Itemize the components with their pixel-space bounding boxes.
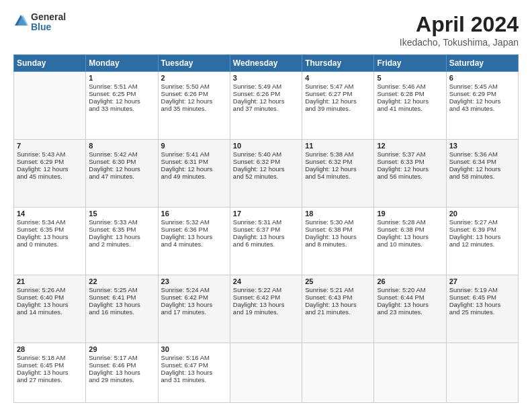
day-info: Sunset: 6:36 PM	[161, 226, 227, 233]
day-info: and 16 minutes.	[89, 308, 154, 316]
day-info: Sunset: 6:35 PM	[17, 226, 83, 233]
day-number: 30	[161, 345, 227, 353]
day-number: 21	[17, 277, 83, 285]
day-info: Sunrise: 5:31 AM	[233, 218, 299, 226]
day-info: Sunrise: 5:17 AM	[89, 354, 154, 361]
calendar-cell: 21Sunrise: 5:26 AMSunset: 6:40 PMDayligh…	[14, 275, 86, 343]
week-row: 1Sunrise: 5:51 AMSunset: 6:25 PMDaylight…	[14, 72, 519, 140]
week-row: 21Sunrise: 5:26 AMSunset: 6:40 PMDayligh…	[14, 275, 519, 343]
page: General Blue April 2024 Ikedacho, Tokush…	[0, 0, 532, 411]
day-info: Sunrise: 5:40 AM	[233, 150, 299, 158]
day-info: Sunset: 6:45 PM	[449, 293, 515, 301]
day-info: Daylight: 13 hours	[305, 233, 371, 240]
calendar-cell: 20Sunrise: 5:27 AMSunset: 6:39 PMDayligh…	[446, 208, 518, 275]
header-cell-wednesday: Wednesday	[230, 55, 302, 72]
day-info: Sunrise: 5:19 AM	[449, 286, 515, 293]
calendar-cell	[374, 343, 446, 403]
day-info: and 33 minutes.	[89, 105, 154, 112]
logo-icon	[13, 13, 28, 28]
day-info: Sunrise: 5:43 AM	[17, 150, 83, 158]
day-info: Sunset: 6:41 PM	[89, 293, 154, 301]
day-info: Sunrise: 5:25 AM	[89, 286, 154, 293]
day-info: Sunset: 6:26 PM	[161, 90, 227, 97]
day-number: 8	[89, 142, 154, 150]
header-row: SundayMondayTuesdayWednesdayThursdayFrid…	[14, 55, 519, 72]
day-info: Sunset: 6:26 PM	[233, 90, 299, 97]
day-info: Sunset: 6:32 PM	[305, 158, 371, 165]
calendar-cell: 19Sunrise: 5:28 AMSunset: 6:38 PMDayligh…	[374, 208, 446, 275]
day-info: Sunset: 6:27 PM	[305, 90, 371, 97]
day-info: Daylight: 12 hours	[161, 97, 227, 105]
day-info: Sunset: 6:42 PM	[161, 293, 227, 301]
day-info: Sunset: 6:33 PM	[377, 158, 443, 165]
day-info: Daylight: 13 hours	[233, 301, 299, 308]
calendar-cell: 18Sunrise: 5:30 AMSunset: 6:38 PMDayligh…	[302, 208, 374, 275]
calendar-table: SundayMondayTuesdayWednesdayThursdayFrid…	[13, 54, 519, 403]
day-info: Sunset: 6:44 PM	[377, 293, 443, 301]
day-info: Sunrise: 5:28 AM	[377, 218, 443, 226]
header-cell-thursday: Thursday	[302, 55, 374, 72]
week-row: 28Sunrise: 5:18 AMSunset: 6:45 PMDayligh…	[14, 343, 519, 403]
calendar-body: 1Sunrise: 5:51 AMSunset: 6:25 PMDaylight…	[14, 72, 519, 403]
day-number: 28	[17, 345, 83, 353]
week-row: 7Sunrise: 5:43 AMSunset: 6:29 PMDaylight…	[14, 140, 519, 208]
calendar-cell: 24Sunrise: 5:22 AMSunset: 6:42 PMDayligh…	[230, 275, 302, 343]
calendar-cell: 15Sunrise: 5:33 AMSunset: 6:35 PMDayligh…	[86, 208, 158, 275]
calendar-cell: 26Sunrise: 5:20 AMSunset: 6:44 PMDayligh…	[374, 275, 446, 343]
day-info: and 19 minutes.	[233, 308, 299, 316]
day-info: Sunrise: 5:26 AM	[17, 286, 83, 293]
day-number: 23	[161, 277, 227, 285]
calendar-cell: 25Sunrise: 5:21 AMSunset: 6:43 PMDayligh…	[302, 275, 374, 343]
day-number: 25	[305, 277, 371, 285]
day-info: Sunrise: 5:47 AM	[305, 83, 371, 90]
day-info: and 43 minutes.	[449, 105, 515, 112]
day-number: 11	[305, 142, 371, 150]
day-info: Daylight: 13 hours	[305, 301, 371, 308]
day-number: 26	[377, 277, 443, 285]
calendar-cell: 6Sunrise: 5:45 AMSunset: 6:29 PMDaylight…	[446, 72, 518, 140]
day-info: Sunrise: 5:24 AM	[161, 286, 227, 293]
calendar-cell: 23Sunrise: 5:24 AMSunset: 6:42 PMDayligh…	[158, 275, 230, 343]
day-info: and 41 minutes.	[377, 105, 443, 112]
day-info: Sunrise: 5:16 AM	[161, 354, 227, 361]
day-info: Sunset: 6:40 PM	[17, 293, 83, 301]
day-info: and 31 minutes.	[161, 376, 227, 383]
calendar-cell: 14Sunrise: 5:34 AMSunset: 6:35 PMDayligh…	[14, 208, 86, 275]
day-info: Sunset: 6:34 PM	[449, 158, 515, 165]
day-number: 18	[305, 210, 371, 218]
header-cell-tuesday: Tuesday	[158, 55, 230, 72]
day-info: Daylight: 13 hours	[377, 301, 443, 308]
day-info: Sunset: 6:29 PM	[449, 90, 515, 97]
day-info: Sunrise: 5:46 AM	[377, 83, 443, 90]
calendar-cell: 22Sunrise: 5:25 AMSunset: 6:41 PMDayligh…	[86, 275, 158, 343]
day-info: Daylight: 13 hours	[233, 233, 299, 240]
calendar-cell	[14, 72, 86, 140]
title-block: April 2024 Ikedacho, Tokushima, Japan	[400, 12, 519, 48]
logo-blue: Blue	[31, 22, 66, 32]
day-number: 4	[305, 74, 371, 82]
day-info: Daylight: 13 hours	[89, 301, 154, 308]
day-info: and 23 minutes.	[377, 308, 443, 316]
day-number: 9	[161, 142, 227, 150]
day-info: and 35 minutes.	[161, 105, 227, 112]
day-number: 16	[161, 210, 227, 218]
day-info: Daylight: 12 hours	[449, 165, 515, 173]
day-info: Sunrise: 5:36 AM	[449, 150, 515, 158]
day-info: Daylight: 12 hours	[89, 97, 154, 105]
logo-text: General Blue	[31, 12, 66, 33]
day-info: and 49 minutes.	[161, 173, 227, 180]
day-info: Daylight: 12 hours	[377, 97, 443, 105]
header-cell-monday: Monday	[86, 55, 158, 72]
day-info: and 17 minutes.	[161, 308, 227, 316]
day-info: Daylight: 13 hours	[17, 233, 83, 240]
day-number: 19	[377, 210, 443, 218]
day-number: 1	[89, 74, 154, 82]
day-info: and 27 minutes.	[17, 376, 83, 383]
day-info: and 56 minutes.	[377, 173, 443, 180]
day-info: Sunset: 6:32 PM	[233, 158, 299, 165]
day-info: Sunrise: 5:51 AM	[89, 83, 154, 90]
day-info: Sunset: 6:35 PM	[89, 226, 154, 233]
day-info: Daylight: 12 hours	[377, 165, 443, 173]
calendar-cell	[302, 343, 374, 403]
day-info: Sunrise: 5:50 AM	[161, 83, 227, 90]
